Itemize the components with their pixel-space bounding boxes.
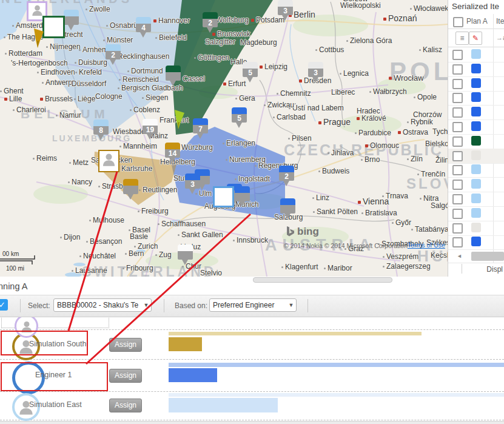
row-checkbox[interactable] bbox=[452, 194, 463, 204]
city-label: Bratislava bbox=[361, 209, 397, 217]
map-cluster-pin[interactable] bbox=[280, 198, 295, 219]
pin-cap bbox=[278, 0, 293, 7]
selected-area-marker[interactable] bbox=[213, 186, 234, 207]
serialized-item-row[interactable] bbox=[448, 192, 504, 207]
toolbar-check-icon[interactable]: ✓ bbox=[0, 299, 8, 311]
engineer-row[interactable]: Simulation East Assign bbox=[0, 392, 504, 420]
serialized-item-row[interactable] bbox=[448, 149, 504, 164]
serialized-item-row[interactable] bbox=[448, 76, 504, 92]
map-cluster-pin[interactable]: 14 bbox=[165, 143, 180, 163]
team-select-dropdown[interactable]: BBBB00002 - Shaku's Te ▼ bbox=[53, 298, 152, 312]
gantt-bar[interactable] bbox=[169, 332, 422, 335]
row-checkbox[interactable] bbox=[452, 237, 463, 247]
row-checkbox[interactable] bbox=[452, 151, 463, 161]
scale-km-text: 00 km bbox=[2, 251, 19, 257]
serialized-item-row[interactable] bbox=[448, 47, 504, 62]
row-checkbox[interactable] bbox=[452, 180, 463, 190]
assign-button[interactable]: Assign bbox=[109, 399, 142, 412]
city-label: Włocławek bbox=[410, 4, 448, 13]
serialized-item-row[interactable] bbox=[448, 163, 504, 178]
pen-marker-icon[interactable] bbox=[32, 29, 47, 50]
row-checkbox[interactable] bbox=[452, 136, 463, 147]
assign-button[interactable]: Assign bbox=[109, 338, 142, 352]
row-checkbox[interactable] bbox=[452, 165, 463, 175]
map-cluster-pin[interactable]: 3 bbox=[185, 173, 200, 194]
column-plan-a[interactable]: Plan A bbox=[466, 17, 488, 25]
map-cluster-pin[interactable]: 2 bbox=[279, 166, 294, 186]
row-checkbox[interactable] bbox=[452, 223, 463, 234]
column-item[interactable]: Ite bbox=[496, 17, 504, 25]
pin-cap bbox=[123, 179, 138, 186]
pin-count: 3 bbox=[185, 180, 200, 189]
filter-edit-icon[interactable]: ✎ bbox=[469, 32, 482, 45]
serialized-item-row[interactable] bbox=[448, 62, 504, 77]
map-cluster-pin[interactable] bbox=[166, 66, 181, 86]
terms-of-use-link[interactable]: Terms of Use bbox=[408, 241, 445, 249]
pin-count: 4 bbox=[136, 24, 151, 32]
map-horizontal-scrollbar[interactable] bbox=[253, 277, 392, 283]
select-all-checkbox[interactable] bbox=[453, 17, 463, 27]
map-cluster-pin[interactable]: 4 bbox=[136, 17, 151, 38]
row-checkbox[interactable] bbox=[452, 122, 463, 132]
map-cluster-pin[interactable]: 2 bbox=[203, 12, 218, 33]
serialized-item-row[interactable] bbox=[448, 105, 504, 120]
scrollbar-thumb[interactable] bbox=[471, 252, 504, 261]
row-checkbox[interactable] bbox=[452, 79, 463, 89]
map-cluster-pin[interactable]: 7 bbox=[193, 118, 208, 139]
serialized-item-row[interactable] bbox=[448, 235, 504, 250]
city-label: Pardubice bbox=[355, 129, 391, 137]
sidebar-scrollbar[interactable]: ◄ bbox=[448, 251, 504, 263]
gantt-bar[interactable] bbox=[169, 398, 278, 412]
city-label: Zwolle bbox=[86, 5, 110, 13]
city-label: Nancy bbox=[68, 178, 92, 186]
serialized-item-row[interactable] bbox=[448, 206, 504, 221]
gantt-bar[interactable] bbox=[169, 393, 504, 397]
pin-tail bbox=[282, 15, 288, 21]
serialized-item-row[interactable] bbox=[448, 177, 504, 192]
filter-menu-icon[interactable]: ≡ bbox=[455, 32, 469, 45]
scroll-left-arrow[interactable]: ◄ bbox=[457, 253, 462, 259]
pin-tail bbox=[170, 81, 176, 86]
pin-cap bbox=[165, 143, 180, 149]
app-window: NETHERLANDSBELGIUMLUXEMBOURGCZECH REPUBL… bbox=[0, 0, 504, 424]
assign-button[interactable]: Assign bbox=[109, 369, 142, 383]
gantt-bar[interactable] bbox=[169, 363, 504, 367]
row-checkbox[interactable] bbox=[452, 50, 463, 60]
map-cluster-pin[interactable] bbox=[178, 244, 193, 265]
map-cluster-pin[interactable]: 8 bbox=[93, 119, 109, 140]
pin-cap bbox=[279, 166, 294, 172]
person-marker-icon[interactable] bbox=[98, 150, 119, 172]
city-label: Kecskem bbox=[431, 251, 448, 260]
row-checkbox[interactable] bbox=[452, 93, 463, 103]
map-canvas[interactable]: NETHERLANDSBELGIUMLUXEMBOURGCZECH REPUBL… bbox=[0, 0, 448, 277]
map-cluster-pin[interactable]: 5 bbox=[243, 62, 258, 82]
map-cluster-pin[interactable] bbox=[123, 179, 138, 200]
pin-tail bbox=[147, 134, 153, 140]
serialized-item-row[interactable] bbox=[448, 134, 504, 149]
pen-marker-icon[interactable] bbox=[172, 110, 188, 132]
map-cluster-pin[interactable] bbox=[235, 186, 250, 207]
gantt-bar[interactable] bbox=[169, 337, 202, 351]
map-cluster-pin[interactable] bbox=[64, 10, 79, 30]
city-label: Stelvio bbox=[200, 269, 222, 277]
city-label: Freiburg bbox=[138, 207, 169, 215]
serialized-item-row[interactable] bbox=[448, 119, 504, 135]
filter-auto-icon[interactable]: →a bbox=[496, 34, 504, 41]
city-label: Sankt Pölten bbox=[313, 207, 358, 216]
pin-count bbox=[280, 205, 295, 214]
map-cluster-pin[interactable]: 3 bbox=[278, 0, 293, 21]
based-on-dropdown[interactable]: Preferred Engineer ▼ bbox=[209, 298, 297, 312]
row-checkbox[interactable] bbox=[452, 209, 463, 219]
city-label: Wrocław bbox=[389, 73, 424, 82]
gantt-bar[interactable] bbox=[169, 368, 217, 382]
map-cluster-pin[interactable]: 5 bbox=[232, 107, 247, 128]
pin-cap bbox=[185, 173, 200, 180]
row-checkbox[interactable] bbox=[452, 64, 463, 75]
map-cluster-pin[interactable]: 3 bbox=[308, 62, 323, 82]
serialized-item-row[interactable] bbox=[448, 90, 504, 106]
serialized-item-row[interactable] bbox=[448, 221, 504, 236]
pin-count: 2 bbox=[106, 51, 121, 59]
map-cluster-pin[interactable]: 2 bbox=[106, 44, 121, 65]
row-checkbox[interactable] bbox=[452, 107, 463, 118]
map-cluster-pin[interactable]: 19 bbox=[143, 119, 158, 140]
